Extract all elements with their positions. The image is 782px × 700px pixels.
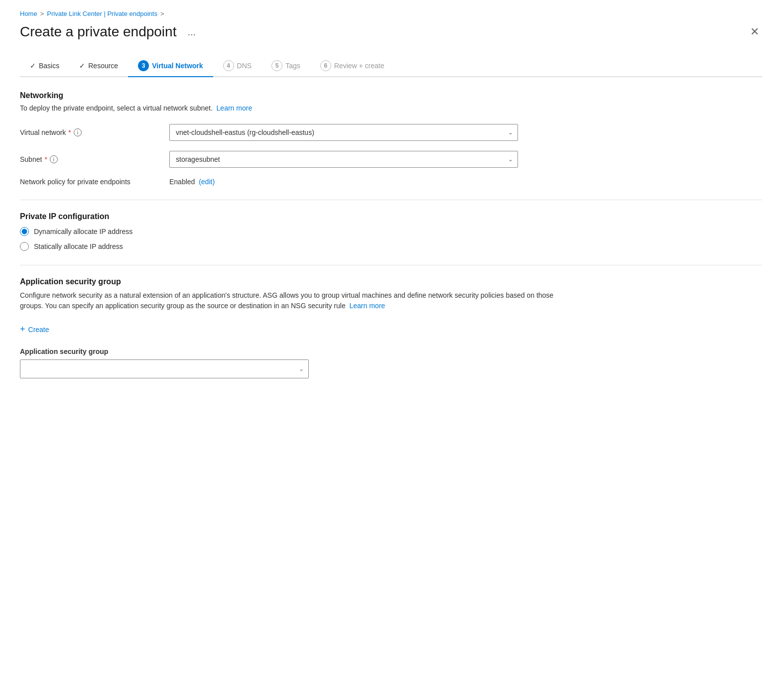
subnet-select-wrapper: storagesubnet ⌄ [169, 151, 518, 168]
virtual-network-select-wrapper: vnet-cloudshell-eastus (rg-cloudshell-ea… [169, 124, 518, 141]
tab-virtual-network-circle: 3 [138, 60, 149, 71]
tab-virtual-network-label: Virtual Network [152, 62, 203, 70]
radio-dynamic-label: Dynamically allocate IP address [34, 228, 132, 235]
asg-section: Application security group Configure net… [20, 277, 762, 378]
asg-create-label: Create [28, 326, 49, 334]
page-title: Create a private endpoint [20, 24, 176, 40]
asg-select[interactable] [20, 359, 309, 378]
subnet-label: Subnet * i [20, 155, 159, 163]
tab-tags-label: Tags [285, 62, 300, 70]
networking-section: Networking To deploy the private endpoin… [20, 91, 762, 186]
tab-basics-check: ✓ [30, 62, 36, 70]
tab-resource-check: ✓ [79, 62, 85, 70]
tab-tags-circle: 5 [271, 60, 282, 71]
network-policy-row: Network policy for private endpoints Ena… [20, 178, 762, 186]
tab-review-circle: 6 [320, 60, 331, 71]
tab-dns[interactable]: 4 DNS [213, 55, 262, 77]
networking-learn-more[interactable]: Learn more [217, 104, 253, 112]
asg-select-wrapper: ⌄ [20, 359, 309, 378]
tab-virtual-network[interactable]: 3 Virtual Network [128, 55, 213, 77]
tab-dns-circle: 4 [223, 60, 234, 71]
tab-review-label: Review + create [334, 62, 385, 70]
divider-1 [20, 200, 762, 200]
asg-description: Configure network security as a natural … [20, 290, 568, 311]
subnet-info-icon[interactable]: i [50, 155, 58, 163]
networking-description: To deploy the private endpoint, select a… [20, 104, 762, 112]
ip-config-section: Private IP configuration Dynamically all… [20, 212, 762, 251]
asg-field-label: Application security group [20, 348, 762, 355]
virtual-network-row: Virtual network * i vnet-cloudshell-east… [20, 124, 762, 141]
ip-config-title: Private IP configuration [20, 212, 762, 221]
networking-title: Networking [20, 91, 762, 100]
ellipsis-button[interactable]: ... [183, 24, 200, 40]
radio-static-label: Statically allocate IP address [34, 242, 123, 250]
network-policy-label: Network policy for private endpoints [20, 178, 159, 186]
tab-review-create[interactable]: 6 Review + create [310, 55, 394, 77]
breadcrumb: Home > Private Link Center | Private end… [20, 10, 762, 17]
breadcrumb-private-link[interactable]: Private Link Center | Private endpoints [47, 10, 157, 17]
tabs: ✓ Basics ✓ Resource 3 Virtual Network 4 … [20, 55, 762, 77]
breadcrumb-home[interactable]: Home [20, 10, 37, 17]
subnet-select[interactable]: storagesubnet [169, 151, 518, 168]
asg-learn-more[interactable]: Learn more [350, 302, 386, 310]
ip-config-radio-group: Dynamically allocate IP address Statical… [20, 227, 762, 251]
plus-icon: + [20, 324, 25, 335]
virtual-network-required: * [68, 128, 71, 136]
tab-resource[interactable]: ✓ Resource [69, 57, 128, 76]
asg-title: Application security group [20, 277, 762, 286]
network-policy-edit[interactable]: (edit) [199, 178, 215, 186]
asg-create-button[interactable]: + Create [20, 321, 49, 338]
virtual-network-select[interactable]: vnet-cloudshell-eastus (rg-cloudshell-ea… [169, 124, 518, 141]
close-button[interactable]: ✕ [747, 23, 762, 40]
tab-basics[interactable]: ✓ Basics [20, 57, 69, 76]
divider-2 [20, 265, 762, 265]
tab-dns-label: DNS [237, 62, 252, 70]
radio-static-input[interactable] [20, 242, 29, 251]
title-row: Create a private endpoint ... ✕ [20, 23, 762, 40]
radio-dynamic[interactable]: Dynamically allocate IP address [20, 227, 762, 236]
radio-static[interactable]: Statically allocate IP address [20, 242, 762, 251]
radio-dynamic-input[interactable] [20, 227, 29, 236]
network-policy-value: Enabled (edit) [169, 178, 215, 186]
tab-resource-label: Resource [88, 62, 118, 70]
tab-basics-label: Basics [39, 62, 59, 70]
virtual-network-label: Virtual network * i [20, 128, 159, 136]
tab-tags[interactable]: 5 Tags [261, 55, 310, 77]
subnet-row: Subnet * i storagesubnet ⌄ [20, 151, 762, 168]
virtual-network-info-icon[interactable]: i [74, 128, 82, 136]
subnet-required: * [44, 155, 47, 163]
